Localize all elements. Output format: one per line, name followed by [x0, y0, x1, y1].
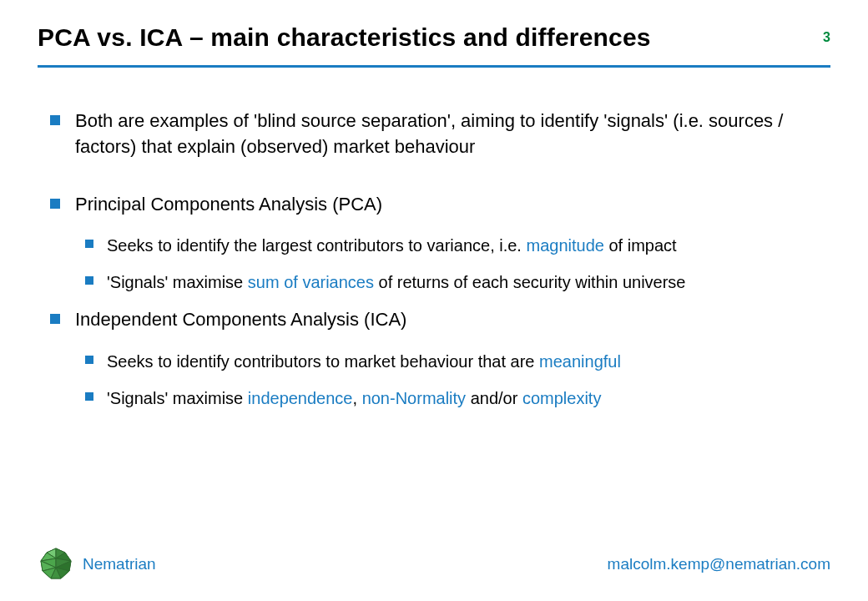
page-number: 3	[823, 30, 830, 45]
list-item-text: 'Signals' maximise independence, non-Nor…	[107, 386, 601, 410]
list-item-text: Principal Components Analysis (PCA)	[75, 192, 382, 218]
square-bullet-icon	[85, 392, 93, 401]
text-segment: of returns of each security within unive…	[374, 273, 686, 291]
highlight-text: magnitude	[526, 236, 603, 255]
list-item: Both are examples of 'blind source separ…	[50, 109, 818, 160]
square-bullet-icon	[50, 115, 60, 125]
title-divider	[38, 65, 830, 68]
sub-list: Seeks to identify contributors to market…	[85, 350, 818, 410]
text-segment: and/or	[466, 389, 522, 407]
list-item: 'Signals' maximise independence, non-Nor…	[85, 386, 818, 410]
sub-list: Seeks to identify the largest contributo…	[85, 234, 818, 294]
text-segment: ,	[353, 389, 362, 407]
text-segment: 'Signals' maximise	[107, 389, 248, 407]
logo-icon	[38, 546, 74, 583]
contact-email: malcolm.kemp@nematrian.com	[608, 555, 830, 573]
header: PCA vs. ICA – main characteristics and d…	[38, 23, 830, 52]
list-item-text: Both are examples of 'blind source separ…	[75, 109, 818, 160]
square-bullet-icon	[50, 199, 60, 209]
text-segment: of impact	[604, 236, 677, 255]
list-item-text: Seeks to identify the largest contributo…	[107, 234, 677, 257]
square-bullet-icon	[85, 240, 93, 248]
square-bullet-icon	[50, 314, 60, 324]
list-item-text: Seeks to identify contributors to market…	[107, 350, 621, 373]
text-segment: Seeks to identify the largest contributo…	[107, 236, 526, 255]
list-item-text: 'Signals' maximise sum of variances of r…	[107, 270, 686, 294]
highlight-text: non-Normality	[362, 389, 466, 407]
content-area: Both are examples of 'blind source separ…	[50, 109, 818, 423]
text-segment: 'Signals' maximise	[107, 273, 248, 291]
highlight-text: sum of variances	[248, 273, 374, 291]
square-bullet-icon	[85, 276, 93, 285]
highlight-text: complexity	[522, 389, 601, 407]
highlight-text: independence	[248, 389, 353, 407]
brand: Nematrian	[38, 546, 156, 583]
text-segment: Seeks to identify contributors to market…	[107, 352, 539, 371]
square-bullet-icon	[85, 356, 93, 364]
list-item: Independent Components Analysis (ICA)	[50, 307, 818, 333]
list-item: Principal Components Analysis (PCA)	[50, 192, 818, 218]
brand-name: Nematrian	[83, 555, 156, 573]
slide: PCA vs. ICA – main characteristics and d…	[0, 0, 868, 601]
page-title: PCA vs. ICA – main characteristics and d…	[38, 23, 651, 52]
footer: Nematrian malcolm.kemp@nematrian.com	[38, 546, 830, 583]
highlight-text: meaningful	[539, 352, 621, 371]
list-item: 'Signals' maximise sum of variances of r…	[85, 270, 818, 294]
list-item-text: Independent Components Analysis (ICA)	[75, 307, 406, 333]
list-item: Seeks to identify contributors to market…	[85, 350, 818, 373]
list-item: Seeks to identify the largest contributo…	[85, 234, 818, 257]
